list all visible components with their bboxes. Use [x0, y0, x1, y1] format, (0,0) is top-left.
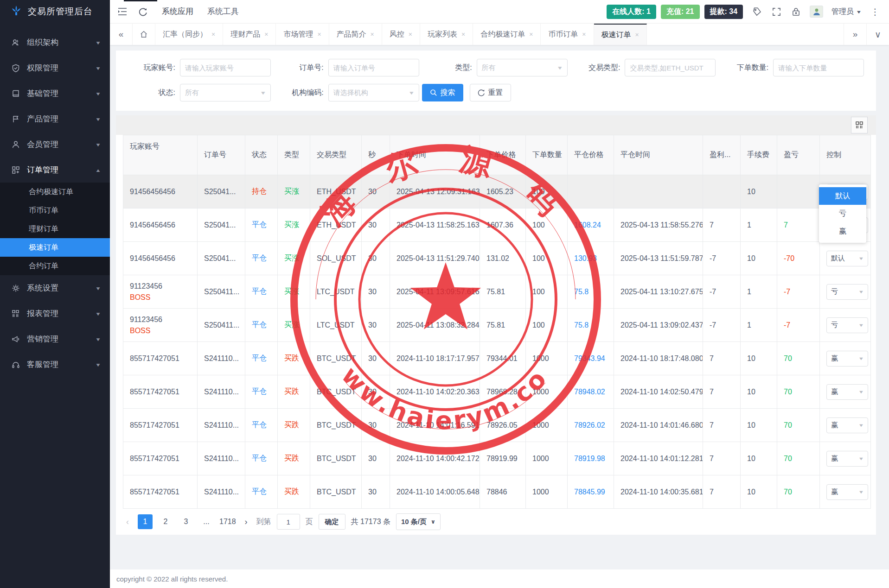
control-select[interactable]: 赢▼	[826, 484, 868, 500]
sidebar-item-9[interactable]: 营销管理▼	[0, 326, 110, 352]
prev-page-icon[interactable]: ‹	[123, 517, 132, 527]
close-price-link[interactable]: 78845.99	[574, 488, 605, 496]
sidebar-item-5[interactable]: 会员管理▼	[0, 132, 110, 157]
collapse-sidebar-icon[interactable]	[117, 6, 128, 17]
page-size-select[interactable]: 10 条/页 ∨	[396, 513, 441, 530]
control-select[interactable]: 赢▼	[826, 351, 868, 367]
status-select[interactable]: 所有 ▼	[180, 84, 271, 101]
status-badge[interactable]: 充值: 21	[661, 5, 700, 19]
close-icon[interactable]: ×	[582, 31, 586, 38]
tab-风控[interactable]: 风控×	[382, 24, 420, 45]
control-select[interactable]: 亏▼	[826, 317, 868, 333]
page-number[interactable]: 1	[138, 514, 153, 529]
column-settings-icon[interactable]	[851, 117, 868, 133]
reset-button[interactable]: 重置	[470, 84, 511, 101]
admin-menu[interactable]: 管理员 ▼	[831, 7, 861, 17]
type-select[interactable]: 所有 ▼	[477, 59, 568, 76]
goto-page-input[interactable]	[277, 514, 300, 530]
tab-市场管理[interactable]: 市场管理×	[276, 24, 329, 45]
tab-币币订单[interactable]: 币币订单×	[541, 24, 594, 45]
tab-极速订单[interactable]: 极速订单×	[594, 24, 647, 45]
close-icon[interactable]: ×	[264, 31, 268, 38]
control-dropdown-option[interactable]: 默认	[819, 187, 866, 205]
close-icon[interactable]: ×	[211, 31, 215, 38]
cell-seconds: 30	[362, 475, 390, 509]
status-value: 平仓	[252, 387, 267, 395]
trade-pair-input[interactable]	[625, 59, 716, 76]
status-badge[interactable]: 提款: 34	[704, 5, 743, 19]
cell-seconds: 30	[362, 175, 390, 209]
tag-icon[interactable]	[751, 6, 762, 17]
close-icon[interactable]: ×	[371, 31, 374, 38]
close-price-link[interactable]: 79343.94	[574, 354, 605, 362]
close-price-link[interactable]: 75.8	[574, 288, 588, 296]
cell-close-time: 2024-11-10 14:01:12.281	[614, 442, 703, 475]
sidebar-item-2[interactable]: 权限管理▼	[0, 55, 110, 81]
close-price-link[interactable]: 1608.24	[574, 221, 601, 229]
sidebar-item-6[interactable]: 订单管理▲	[0, 157, 110, 183]
player-account-value: 855717427051	[130, 455, 191, 463]
header-menu-item[interactable]: 系统应用	[162, 0, 193, 23]
page-number[interactable]: 1718	[219, 514, 236, 529]
tab-产品简介[interactable]: 产品简介×	[329, 24, 382, 45]
home-tab-icon[interactable]	[133, 24, 155, 45]
close-icon[interactable]: ×	[529, 31, 533, 38]
avatar[interactable]	[810, 6, 823, 18]
page-number[interactable]: 2	[158, 514, 173, 529]
sidebar-subitem[interactable]: 合约订单	[0, 257, 110, 275]
sidebar-subitem[interactable]: 极速订单	[0, 238, 110, 257]
sidebar-item-7[interactable]: 系统设置▼	[0, 275, 110, 301]
control-select[interactable]: 赢▼	[826, 451, 868, 467]
cell-profit: 7	[703, 442, 741, 475]
close-price-link[interactable]: 78948.02	[574, 388, 605, 396]
control-select[interactable]: 赢▼	[826, 417, 868, 433]
tabs-scroll-left-icon[interactable]: «	[110, 24, 133, 45]
sidebar-item-8[interactable]: 报表管理▼	[0, 301, 110, 326]
sidebar-item-3[interactable]: 基础管理▼	[0, 81, 110, 106]
order-amount-input[interactable]	[773, 59, 864, 76]
refresh-icon[interactable]	[138, 6, 148, 17]
sidebar-item-10[interactable]: 客服管理▼	[0, 352, 110, 377]
more-options-icon[interactable]: ⋮	[870, 6, 881, 17]
sidebar-item-4[interactable]: 产品管理▼	[0, 106, 110, 132]
sidebar-subitem[interactable]: 合约极速订单	[0, 183, 110, 201]
status-badge[interactable]: 在线人数: 1	[607, 5, 656, 19]
order-no-input[interactable]	[328, 59, 419, 76]
org-code-select[interactable]: 请选择机构 ▼	[328, 84, 419, 101]
lock-icon[interactable]	[790, 6, 801, 17]
tabs-menu-icon[interactable]: ∨	[866, 24, 889, 45]
close-price-link[interactable]: 78919.98	[574, 455, 605, 462]
tab-合约极速订单[interactable]: 合约极速订单×	[473, 24, 541, 45]
tabs-scroll-right-icon[interactable]: »	[844, 24, 866, 45]
sidebar-subitem[interactable]: 理财订单	[0, 220, 110, 238]
cell-close-time: 2025-04-11 13:10:27.675	[614, 275, 703, 309]
sidebar-item-1[interactable]: 组织架构▼	[0, 30, 110, 55]
close-price-link[interactable]: 75.8	[574, 321, 588, 329]
fullscreen-icon[interactable]	[771, 6, 782, 17]
type-label: 类型:	[422, 63, 477, 73]
tab-汇率（同步）[interactable]: 汇率（同步）×	[155, 24, 223, 45]
cell-fee: 1	[741, 209, 777, 242]
close-icon[interactable]: ×	[409, 31, 412, 38]
player-account-input[interactable]	[180, 59, 271, 76]
control-select[interactable]: 亏▼	[826, 284, 868, 300]
tab-玩家列表[interactable]: 玩家列表×	[420, 24, 473, 45]
sidebar-subitem[interactable]: 币币订单	[0, 201, 110, 220]
cell-close-price: 130.93	[568, 242, 614, 275]
control-dropdown-option[interactable]: 亏	[819, 205, 866, 222]
page-number[interactable]: 3	[179, 514, 193, 529]
close-price-link[interactable]: 130.93	[574, 254, 597, 262]
next-page-icon[interactable]: ›	[242, 517, 251, 527]
control-select[interactable]: 赢▼	[826, 384, 868, 400]
close-icon[interactable]: ×	[461, 31, 465, 38]
close-price-link[interactable]: 78926.02	[574, 421, 605, 429]
close-icon[interactable]: ×	[317, 31, 321, 38]
goto-confirm-button[interactable]: 确定	[319, 514, 345, 530]
header-menu-item[interactable]: 系统工具	[207, 0, 239, 23]
control-dropdown-option[interactable]: 赢	[819, 222, 866, 240]
control-select[interactable]: 默认▼	[826, 251, 868, 266]
close-icon[interactable]: ×	[635, 31, 639, 38]
service-icon	[11, 360, 20, 369]
search-button[interactable]: 搜索	[422, 84, 463, 101]
tab-理财产品[interactable]: 理财产品×	[223, 24, 276, 45]
